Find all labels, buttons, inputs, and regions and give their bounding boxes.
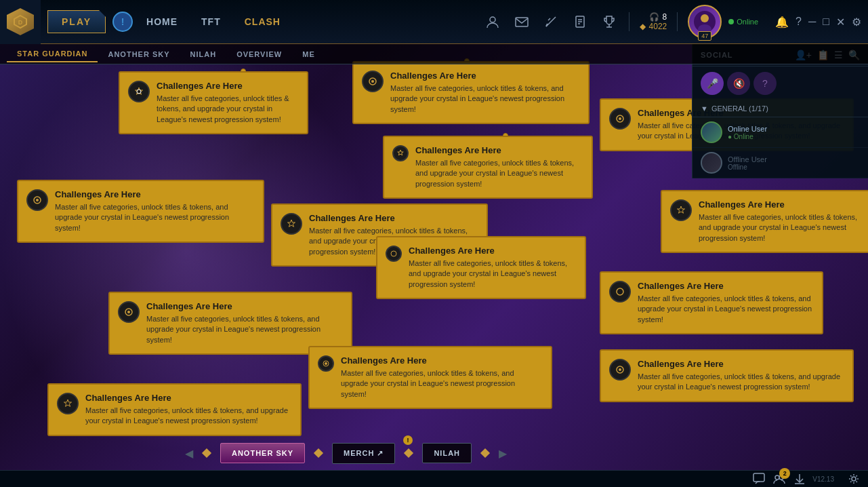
nav-clash[interactable]: CLASH (241, 13, 284, 31)
challenge-content-r3: Challenges Are Here Master all five cate… (638, 281, 814, 325)
currency-area: 🎧 8 ◆ 4022 (629, 12, 678, 31)
challenge-card-1[interactable]: Challenges Are Here Master all five cate… (119, 71, 308, 134)
merch-button[interactable]: MERCH ↗ (332, 443, 395, 464)
challenge-card-9[interactable]: Challenges Are Here Master all five cate… (47, 383, 302, 436)
league-logo: D (7, 8, 34, 35)
svg-point-30 (619, 368, 621, 371)
version-text: V12.13 (812, 475, 834, 483)
challenge-content-r4: Challenges Are Here Master all five cate… (638, 359, 844, 393)
challenge-card-r3[interactable]: Challenges Are Here Master all five cate… (600, 271, 823, 334)
challenge-icon-1 (128, 81, 150, 102)
social-user-info-online: Online User ● Online (728, 125, 767, 140)
nav-diamond-left (202, 448, 211, 458)
online-status: Online (728, 18, 758, 26)
bell-icon[interactable]: 🔔 (775, 16, 789, 28)
challenge-icon-r3 (609, 281, 631, 303)
profile-area[interactable]: 47 Online (678, 5, 768, 39)
challenge-icon-3 (392, 145, 409, 161)
settings-icon[interactable]: ⚙ (852, 16, 861, 28)
challenge-content-2: Challenges Are Here Master all five cate… (390, 71, 580, 115)
challenge-content-7: Challenges Are Here Master all five cate… (146, 301, 343, 345)
play-button[interactable]: PLAY (47, 10, 106, 33)
svg-text:D: D (18, 19, 23, 26)
tab-overview[interactable]: OVERVIEW (226, 47, 292, 62)
svg-point-28 (617, 288, 623, 295)
blue-currency[interactable]: ◆ 4022 (640, 22, 667, 31)
challenge-card-2[interactable]: Challenges Are Here Master all five cate… (352, 61, 590, 124)
tab-another-sky[interactable]: ANOTHER SKY (98, 47, 180, 62)
blue-icon: ◆ (640, 22, 646, 31)
challenge-content-3: Challenges Are Here Master all five cate… (415, 145, 583, 189)
question-mark-icon[interactable]: ? (795, 16, 802, 28)
tab-me[interactable]: ME (292, 47, 325, 62)
alert-symbol: ! (121, 16, 125, 27)
svg-point-23 (127, 311, 130, 313)
level-badge: 47 (698, 31, 711, 41)
social-avatar-offline (701, 152, 722, 174)
social-username-offline: Offline User (728, 155, 767, 163)
challenge-card-6[interactable]: Challenges Are Here Master all five cate… (376, 236, 586, 299)
challenge-icon-9 (57, 393, 79, 414)
nilah-button[interactable]: NILAH (422, 443, 472, 463)
svg-line-5 (546, 24, 547, 26)
chat-icon[interactable] (751, 471, 766, 486)
player-avatar[interactable]: 47 (688, 5, 722, 39)
challenge-content-8: Challenges Are Here Master all five cate… (341, 355, 543, 400)
social-user-online[interactable]: Online User ● Online (693, 117, 868, 148)
rp-currency[interactable]: 🎧 8 (649, 12, 667, 22)
svg-line-6 (548, 18, 550, 20)
voice-mute-button[interactable]: 🎤 (701, 72, 724, 95)
close-icon[interactable]: ✕ (836, 16, 845, 28)
rp-icon: 🎧 (649, 12, 659, 22)
alert-icon[interactable]: ! (112, 12, 133, 32)
group-icon[interactable]: 2 (772, 471, 787, 486)
social-user-offline[interactable]: Offline User Offline (693, 148, 868, 178)
maximize-icon[interactable]: □ (823, 16, 829, 28)
logo-area[interactable]: D (0, 0, 41, 44)
tab-star-guardian[interactable]: STAR GUARDIAN (7, 46, 98, 62)
challenge-icon-2 (362, 71, 384, 92)
challenge-icon-8 (318, 355, 334, 372)
tab-nilah[interactable]: NILAH (180, 47, 227, 62)
bottom-nav-alert: ! (403, 435, 413, 445)
profile-icon[interactable] (483, 12, 502, 31)
bottom-navigation: ◀ ANOTHER SKY MERCH ↗ NILAH ▶ (0, 436, 692, 470)
social-status-offline: Offline (728, 163, 767, 171)
another-sky-button[interactable]: ANOTHER SKY (220, 443, 305, 463)
challenge-card-3[interactable]: Challenges Are Here Master all five cate… (383, 136, 593, 199)
status-buttons-row: 🎤 🔇 ? (693, 66, 868, 100)
challenge-content-9: Challenges Are Here Master all five cate… (85, 393, 292, 427)
challenge-content-6: Challenges Are Here Master all five cate… (409, 246, 577, 290)
quest-icon[interactable] (571, 12, 590, 31)
rp-amount: 8 (663, 12, 667, 22)
status-question-button[interactable]: ? (753, 72, 777, 95)
blue-amount: 4022 (649, 22, 667, 31)
next-arrow[interactable]: ▶ (499, 447, 507, 460)
challenge-icon-4 (26, 189, 48, 211)
status-dot (728, 19, 734, 24)
minimize-icon[interactable]: ─ (808, 16, 816, 28)
nav-tft[interactable]: TFT (198, 13, 224, 31)
mail-icon[interactable] (512, 12, 531, 31)
svg-point-20 (36, 199, 39, 201)
challenge-card-4[interactable]: Challenges Are Here Master all five cate… (17, 180, 264, 243)
challenge-content-1: Challenges Are Here Master all five cate… (157, 81, 299, 125)
toolbar-settings-icon[interactable] (846, 471, 861, 486)
challenge-card-r4[interactable]: Challenges Are Here Master all five cate… (600, 349, 854, 402)
challenge-card-r2[interactable]: Challenges Are Here Master all five cate… (661, 190, 868, 253)
nav-links: HOME TFT CLASH (143, 13, 284, 31)
social-avatar-online (701, 121, 722, 143)
svg-rect-31 (753, 473, 764, 482)
download-icon[interactable] (792, 471, 807, 486)
trophy-icon[interactable] (600, 12, 619, 31)
audio-button[interactable]: 🔇 (727, 72, 750, 95)
challenge-icon-r4 (609, 359, 631, 381)
chevron-down-icon: ▼ (701, 104, 708, 113)
general-toggle[interactable]: ▼ GENERAL (1/17) (701, 104, 860, 113)
nav-home[interactable]: HOME (143, 13, 181, 31)
general-label: GENERAL (1/17) (711, 104, 768, 113)
svg-point-14 (701, 14, 709, 22)
challenge-card-8[interactable]: Challenges Are Here Master all five cate… (308, 346, 552, 409)
prev-arrow[interactable]: ◀ (185, 447, 193, 460)
sword-icon[interactable] (541, 12, 560, 31)
